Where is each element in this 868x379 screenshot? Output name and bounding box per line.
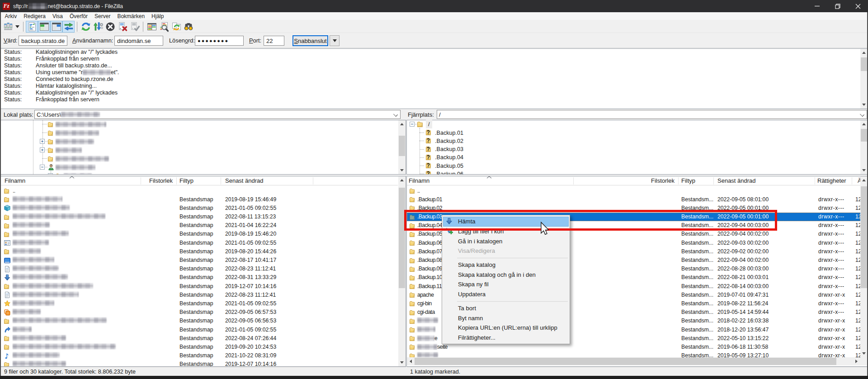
listing-filters-button[interactable] [146,21,158,33]
scrollbar-thumb[interactable] [399,136,405,156]
file-row[interactable]: Bestandsmap 2021-01-05 09:02:55 [1,326,398,334]
file-row[interactable]: Bestandsmap 2022-09-05 06:57:53 [1,308,398,317]
column-separator[interactable] [176,177,177,185]
quickconnect-dropdown[interactable] [330,35,340,46]
host-input[interactable]: backup.strato.de [19,36,67,46]
remote-list-scrollbar[interactable] [860,176,867,357]
column-separator[interactable] [713,177,714,185]
file-row[interactable]: Bestandsmap 2021-01-05 09:02:55 [1,239,398,247]
tree-item-root[interactable]: − / [406,120,860,128]
tree-item[interactable]: .Backup.04 [406,153,860,161]
password-input[interactable]: ●●●●●●●● [195,36,244,46]
scroll-down-arrow-icon[interactable] [862,104,866,106]
scroll-left-arrow-icon[interactable] [410,360,412,363]
tree-item[interactable] [0,120,397,128]
file-row[interactable]: Bestandsmap 2022-09-05 06:56:53 [1,317,398,325]
remote-path-combo[interactable]: / [437,110,867,119]
file-row[interactable]: Bestandsmap 2022-08-31 13:33:29 [1,273,398,282]
file-row[interactable]: .. [407,187,860,195]
header-senast-andrad[interactable]: Senast ändrad [225,177,264,184]
tree-expand-box[interactable]: + [48,173,53,174]
tree-item[interactable]: .Backup.02 [406,137,860,145]
tree-item[interactable]: + [0,146,397,154]
toggle-log-view-button[interactable] [26,21,38,33]
file-search-button[interactable] [158,21,170,33]
scrollbar-thumb[interactable] [415,358,836,365]
cancel-button[interactable] [104,21,116,33]
remote-list-hscrollbar[interactable] [407,357,860,365]
quickconnect-button[interactable]: Snabbanslut [292,35,328,46]
toggle-local-tree-button[interactable] [38,21,50,33]
tree-item[interactable]: .Backup.05 [406,161,860,170]
header-filnamn[interactable]: Filnamn [409,177,429,184]
file-row[interactable]: Bestandsmap 2022-08-17 10:41:17 [1,256,398,265]
scroll-up-arrow-icon[interactable] [862,123,866,125]
combo-arrow-icon[interactable] [860,112,864,117]
tree-item[interactable] [0,128,397,137]
context-menu-item[interactable] [443,256,569,260]
header-rattigheter[interactable]: Rättigheter [817,177,846,184]
username-input[interactable]: dindomän.se [114,36,163,46]
scrollbar-thumb[interactable] [861,57,867,71]
file-row[interactable]: Bestandsmap 2022-08-11 13:15:23 [1,213,398,221]
remote-tree-scrollbar[interactable] [860,120,867,174]
context-menu-item[interactable]: Kopiera URL:en (URL:erna) till urklipp [443,323,569,333]
file-row[interactable]: Bestandsmap 2019-09-20 10:24:53 [1,343,398,351]
file-row[interactable]: Bestandsmap 2019-12-07 10:14:16 [1,282,398,291]
menu-item[interactable]: Arkiv [1,12,20,20]
header-filtyp[interactable]: Filtyp [179,177,193,184]
column-separator[interactable] [221,177,221,185]
scroll-right-arrow-icon[interactable] [855,360,858,363]
tree-item[interactable]: + [0,171,397,174]
tree-item[interactable]: .Backup.03 [406,145,860,153]
context-menu-item[interactable] [443,299,569,303]
scroll-up-arrow-icon[interactable] [862,52,866,54]
file-row[interactable]: Bestandsmap 2021-01-05 09:02:55 [1,299,398,308]
context-menu-item[interactable]: Filrättigheter... [443,333,569,343]
tree-item[interactable]: .Backup.01 [406,128,860,137]
menu-item[interactable]: Hjälp [148,12,167,20]
site-manager-button[interactable] [2,21,14,33]
file-row[interactable]: Bestandsmap 2022-08-23 11:12:41 [1,265,398,273]
file-row[interactable]: Bestandsmap 2021-01-04 16:22:24 [1,221,398,230]
context-menu-item[interactable]: Ta bort [443,303,569,313]
toggle-transfer-queue-button[interactable] [62,21,75,33]
column-separator[interactable] [573,177,574,185]
local-path-combo[interactable]: C:\Users\ [34,110,401,119]
scroll-down-arrow-icon[interactable] [862,169,866,171]
toggle-remote-tree-button[interactable] [50,21,62,33]
scrollbar-thumb[interactable] [861,186,867,288]
menu-item[interactable]: Visa [49,12,66,20]
header-filstorlek[interactable]: Filstorlek [142,177,173,184]
tree-expand-box[interactable]: + [40,139,45,144]
menu-item[interactable]: Redigera [20,12,49,20]
disconnect-button[interactable] [116,21,128,33]
context-menu-item[interactable]: Byt namn [443,313,569,323]
header-filnamn[interactable]: Filnamn [5,177,25,184]
tree-expand-box[interactable]: + [40,147,45,152]
column-separator[interactable] [815,177,815,185]
menu-item[interactable]: Bokmärken [114,12,148,20]
context-menu-item[interactable]: Skapa katalog och gå in i den [443,270,569,280]
column-separator[interactable] [313,177,313,185]
context-menu-item[interactable]: Visa/Redigera [443,246,569,256]
scroll-down-arrow-icon[interactable] [862,352,866,355]
file-row[interactable]: Bestandsmap 2021-01-05 09:02:55 [1,204,398,213]
combo-arrow-icon[interactable] [393,112,398,117]
file-row[interactable]: Bestandsmap 2019-08-20 15:44:26 [1,247,398,256]
restore-button[interactable] [827,0,848,12]
file-row[interactable]: .Backup.01 Bestandsm... 2022-09-05 08:01… [407,195,860,204]
column-separator[interactable] [141,177,141,185]
scrollbar-thumb[interactable] [399,188,405,288]
header-filstorlek[interactable]: Filstorlek [642,177,675,184]
file-row[interactable]: Bestandsmap 2019-08-19 15:46:49 [1,195,398,204]
header-senast-andrad[interactable]: Senast ändrad [717,177,756,184]
minimize-button[interactable] [807,0,827,12]
file-row[interactable]: .. [1,187,398,195]
menu-item[interactable]: Överför [66,12,91,20]
file-row[interactable]: Bestandsmap 2019-12-07 10:14:16 [1,360,398,366]
header-filtyp[interactable]: Filtyp [681,177,695,184]
column-separator[interactable] [852,177,852,185]
scroll-down-arrow-icon[interactable] [400,361,404,364]
file-row[interactable]: Bestandsmap 2022-08-23 11:12:41 [1,291,398,299]
